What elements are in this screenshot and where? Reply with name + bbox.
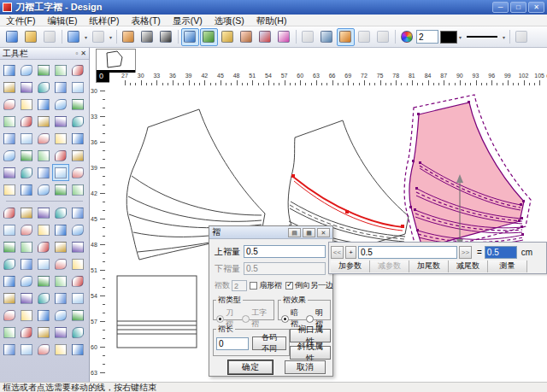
palette-tool-52[interactable]	[35, 238, 52, 255]
gem-tool-button[interactable]	[219, 28, 237, 46]
palette-tool-31[interactable]	[18, 164, 35, 181]
palette-tool-23[interactable]	[52, 130, 69, 147]
palette-tool-42[interactable]	[35, 204, 52, 221]
next-param-button[interactable]: >>	[459, 246, 472, 259]
palette-tool-40[interactable]	[1, 204, 18, 221]
palette-tool-44[interactable]	[69, 204, 86, 221]
open-file-button[interactable]	[22, 28, 40, 46]
undo-button[interactable]	[65, 28, 83, 46]
pattern-window-button[interactable]	[181, 28, 199, 46]
palette-tool-5[interactable]	[1, 79, 18, 96]
palette-tool-43[interactable]	[52, 204, 69, 221]
stitch-tool-button[interactable]	[337, 28, 355, 46]
palette-tool-70[interactable]	[1, 307, 18, 324]
palette-tool-28[interactable]	[52, 147, 69, 164]
ok-button[interactable]: 确定	[228, 360, 273, 374]
flip-side-checkbox[interactable]	[285, 282, 293, 290]
selected-curve[interactable]	[291, 174, 404, 231]
line-width-input[interactable]	[416, 30, 438, 44]
palette-tool-60[interactable]	[1, 272, 18, 290]
palette-tool-51[interactable]	[18, 238, 35, 255]
palette-tool-19[interactable]	[69, 113, 86, 130]
palette-tool-45[interactable]	[1, 221, 18, 238]
palette-tool-54[interactable]	[69, 238, 86, 255]
add-param-button[interactable]: 加参数	[331, 260, 370, 272]
dock-close-icon[interactable]: ✕	[80, 50, 86, 58]
palette-tool-9[interactable]	[69, 79, 86, 96]
palette-tool-24[interactable]	[69, 130, 86, 147]
palette-tool-84[interactable]	[69, 341, 86, 358]
menu-item-4[interactable]: 显示(V)	[167, 15, 209, 26]
param-expression-input[interactable]	[358, 246, 457, 259]
palette-tool-80[interactable]	[1, 341, 18, 358]
palette-tool-73[interactable]	[52, 307, 69, 324]
fan-pleat-checkbox[interactable]	[250, 282, 257, 290]
palette-tool-12[interactable]	[35, 96, 52, 113]
undo-caret[interactable]: ▾	[83, 34, 89, 40]
palette-tool-53[interactable]	[52, 238, 69, 255]
palette-tool-74[interactable]	[69, 307, 86, 324]
line-style-caret[interactable]: ▾	[501, 34, 507, 40]
prev-param-button[interactable]: <<	[331, 246, 344, 259]
palette-tool-7[interactable]	[35, 79, 52, 96]
palette-tool-59[interactable]	[69, 255, 86, 272]
palette-tool-63[interactable]	[52, 272, 69, 290]
dialog-rollup-button[interactable]: ▦	[303, 228, 315, 237]
redo-caret[interactable]: ▾	[108, 34, 114, 40]
palette-tool-47[interactable]	[35, 221, 52, 238]
minimize-button[interactable]: ─	[492, 2, 509, 13]
line-color-swatch[interactable]	[440, 31, 457, 44]
add-tail-button[interactable]: 加尾数	[409, 260, 449, 272]
palette-tool-68[interactable]	[52, 290, 69, 307]
palette-tool-30[interactable]	[1, 164, 18, 181]
palette-tool-58[interactable]	[52, 255, 69, 272]
palette-tool-66[interactable]	[18, 290, 35, 307]
palette-tool-14[interactable]	[69, 96, 86, 113]
palette-tool-67[interactable]	[35, 290, 52, 307]
palette-tool-10[interactable]	[1, 96, 18, 113]
menu-item-2[interactable]: 纸样(P)	[83, 15, 125, 26]
palette-tool-17[interactable]	[35, 113, 52, 130]
dialog-dock-button[interactable]: ▤	[288, 228, 301, 237]
palette-tool-57[interactable]	[35, 255, 52, 272]
line-style-select[interactable]	[463, 30, 501, 44]
palette-tool-55[interactable]	[1, 255, 18, 272]
palette-tool-48[interactable]	[52, 221, 69, 238]
palette-tool-81[interactable]	[18, 341, 35, 358]
palette-tool-29[interactable]	[69, 147, 86, 164]
cancel-button[interactable]: 取消	[285, 360, 326, 374]
menu-item-3[interactable]: 表格(T)	[125, 15, 166, 26]
palette-tool-64[interactable]	[69, 272, 86, 290]
show-fill-button[interactable]	[200, 28, 218, 46]
slash-props-button[interactable]: 斜线属性	[290, 346, 331, 360]
palette-tool-8[interactable]	[52, 79, 69, 96]
grid-tool-button[interactable]	[157, 28, 175, 46]
palette-tool-32[interactable]	[35, 164, 52, 181]
palette-tool-34[interactable]	[69, 164, 86, 181]
palette-tool-11[interactable]	[18, 96, 35, 113]
palette-tool-72[interactable]	[35, 307, 52, 324]
palette-tool-56[interactable]	[18, 255, 35, 272]
brush-tool-button[interactable]	[238, 28, 256, 46]
waistband-piece[interactable]	[117, 276, 197, 348]
upper-pleat-input[interactable]	[244, 245, 326, 258]
palette-tool-71[interactable]	[18, 307, 35, 324]
palette-tool-83[interactable]	[52, 341, 69, 358]
param-result-field[interactable]: 0.5	[485, 246, 517, 259]
palette-tool-75[interactable]	[1, 324, 18, 341]
palette-tool-15[interactable]	[1, 113, 18, 130]
palette-tool-21[interactable]	[18, 130, 35, 147]
plus-button[interactable]: +	[345, 246, 356, 259]
palette-tool-50[interactable]	[1, 238, 18, 255]
pleat-length-input[interactable]	[216, 337, 249, 350]
palette-tool-79[interactable]	[69, 324, 86, 341]
plotter-tool-button[interactable]	[318, 28, 336, 46]
palette-tool-25[interactable]	[1, 147, 18, 164]
palette-tool-61[interactable]	[18, 272, 35, 290]
visible-pleat-radio[interactable]	[306, 315, 314, 323]
palette-tool-4[interactable]	[69, 61, 86, 79]
palette-tool-22[interactable]	[35, 130, 52, 147]
menu-item-5[interactable]: 选项(S)	[209, 15, 250, 26]
palette-tool-49[interactable]	[69, 221, 86, 238]
palette-tool-76[interactable]	[18, 324, 35, 341]
